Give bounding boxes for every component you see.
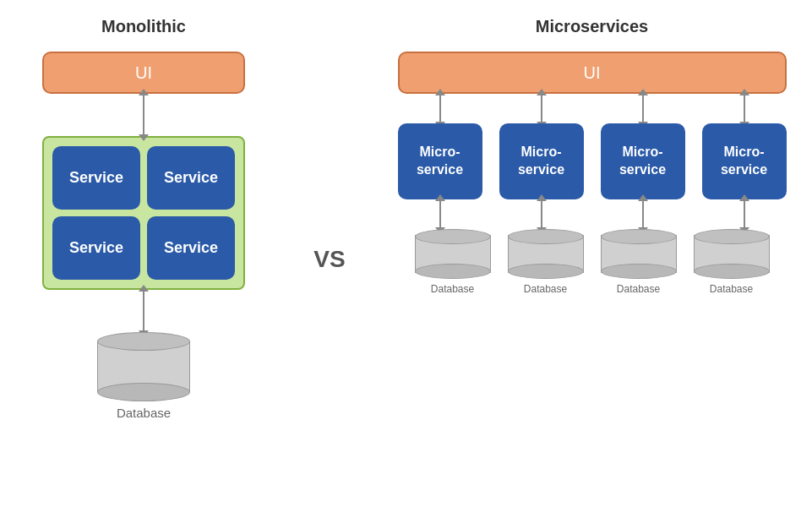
micro-box-4: Micro-service bbox=[702, 123, 787, 199]
db-arrow-col-2 bbox=[499, 199, 584, 229]
databases-row: Database Database Database Database bbox=[415, 229, 770, 295]
micro-db-2-label: Database bbox=[524, 283, 567, 295]
arrow-4 bbox=[744, 94, 745, 123]
micro-db-3: Database bbox=[601, 229, 677, 295]
arrow-col-1 bbox=[398, 94, 482, 123]
micro-db-2-bottom bbox=[508, 264, 584, 279]
arrow-col-4 bbox=[702, 94, 787, 123]
arrow-col-2 bbox=[499, 94, 584, 123]
ui-to-micro-arrows bbox=[398, 94, 787, 123]
monolithic-services-container: Service Service Service Service bbox=[42, 136, 245, 290]
service-box-1: Service bbox=[52, 146, 140, 210]
db-arrow-col-1 bbox=[398, 199, 482, 229]
micro-db-2: Database bbox=[508, 229, 584, 295]
micro-ui-box: UI bbox=[398, 52, 787, 94]
mono-services-to-db-arrow bbox=[143, 290, 144, 332]
micro-db-3-bottom bbox=[601, 264, 677, 279]
vs-label: VS bbox=[313, 246, 345, 273]
micro-db-4: Database bbox=[694, 229, 770, 295]
db-arrow-col-3 bbox=[601, 199, 685, 229]
micro-box-1: Micro-service bbox=[398, 123, 482, 199]
microservices-title: Microservices bbox=[536, 17, 648, 36]
microservices-section: Microservices UI Micro-service Micro-ser… bbox=[372, 0, 812, 295]
db-arrow-1 bbox=[439, 199, 441, 229]
microservices-row: Micro-service Micro-service Micro-servic… bbox=[398, 123, 787, 199]
service-box-4: Service bbox=[147, 216, 235, 280]
monolithic-ui-label: UI bbox=[135, 63, 152, 83]
micro-db-1-bottom bbox=[415, 264, 491, 279]
mono-db-top bbox=[97, 332, 190, 351]
micro-to-db-arrows bbox=[398, 199, 787, 229]
db-arrow-col-4 bbox=[702, 199, 787, 229]
arrow-col-3 bbox=[601, 94, 685, 123]
arrow-3 bbox=[642, 94, 644, 123]
mono-db-cylinder bbox=[97, 332, 190, 401]
mono-db-label: Database bbox=[117, 406, 171, 420]
main-container: Monolithic UI Service Service Service Se… bbox=[0, 0, 812, 518]
arrow-2 bbox=[541, 94, 542, 123]
micro-db-1: Database bbox=[415, 229, 491, 295]
micro-db-1-label: Database bbox=[431, 283, 474, 295]
monolithic-database: Database bbox=[97, 332, 190, 420]
arrow-1 bbox=[439, 94, 441, 123]
mono-ui-to-services-arrow bbox=[143, 94, 144, 136]
micro-db-1-top bbox=[415, 229, 491, 244]
micro-ui-label: UI bbox=[584, 63, 601, 83]
service-box-2: Service bbox=[147, 146, 235, 210]
mono-db-bottom bbox=[97, 383, 190, 401]
db-arrow-2 bbox=[541, 199, 542, 229]
micro-box-2: Micro-service bbox=[499, 123, 584, 199]
micro-db-4-bottom bbox=[694, 264, 770, 279]
db-arrow-3 bbox=[642, 199, 644, 229]
micro-db-4-top bbox=[694, 229, 770, 244]
vs-section: VS bbox=[287, 0, 372, 518]
micro-db-4-label: Database bbox=[710, 283, 753, 295]
monolithic-ui-box: UI bbox=[42, 52, 245, 94]
service-box-3: Service bbox=[52, 216, 140, 280]
micro-db-3-top bbox=[601, 229, 677, 244]
monolithic-section: Monolithic UI Service Service Service Se… bbox=[0, 0, 287, 420]
micro-db-2-top bbox=[508, 229, 584, 244]
db-arrow-4 bbox=[744, 199, 745, 229]
monolithic-title: Monolithic bbox=[101, 17, 186, 36]
micro-box-3: Micro-service bbox=[601, 123, 685, 199]
micro-db-3-label: Database bbox=[617, 283, 660, 295]
